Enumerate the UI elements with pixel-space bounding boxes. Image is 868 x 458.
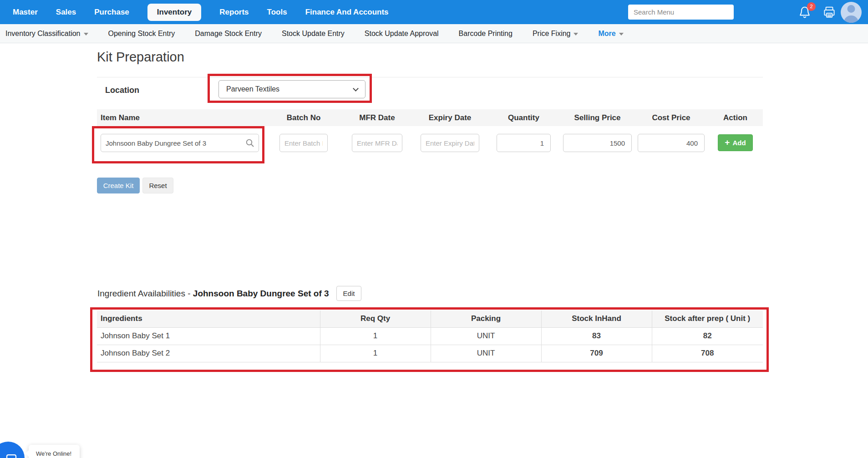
item-name-field-wrap [101, 134, 259, 152]
col-stock-inhand: Stock InHand [541, 310, 652, 327]
header-item-name: Item Name [101, 113, 259, 122]
header-selling-price: Selling Price [563, 113, 632, 122]
add-button-label: Add [732, 139, 746, 147]
main-menu: Master Sales Purchase Inventory Reports … [13, 4, 389, 21]
subnav-label: Damage Stock Entry [195, 30, 262, 38]
subnav-label: Opening Stock Entry [108, 30, 175, 38]
quantity-input[interactable] [497, 134, 551, 152]
subnav-price-fixing[interactable]: Price Fixing [533, 30, 579, 38]
subnav-inventory-classification[interactable]: Inventory Classification [5, 30, 88, 38]
nav-inventory[interactable]: Inventory [147, 4, 202, 21]
expiry-date-input[interactable] [421, 134, 479, 152]
title-divider [97, 77, 763, 77]
subnav-label: More [598, 30, 615, 38]
subnav-label: Stock Update Entry [282, 30, 345, 38]
form-header-row: Item Name Batch No MFR Date Expiry Date … [97, 109, 763, 126]
top-navbar: Master Sales Purchase Inventory Reports … [0, 0, 868, 24]
nav-master[interactable]: Master [13, 8, 38, 17]
printer-icon [822, 5, 836, 19]
ingredient-availabilities-title: Ingredient Availabilities - Johnsoon Bab… [97, 289, 329, 299]
caret-down-icon [574, 33, 578, 36]
subnav-barcode-printing[interactable]: Barcode Printing [459, 30, 513, 38]
subnav-label: Inventory Classification [5, 30, 81, 38]
location-label: Location [105, 86, 139, 95]
item-name-input[interactable] [101, 134, 259, 152]
table-row: Johnson Baby Set 2 1 UNIT 709 708 [97, 345, 763, 362]
header-quantity: Quantity [497, 113, 551, 122]
subnav-opening-stock-entry[interactable]: Opening Stock Entry [108, 30, 175, 38]
table-row: Johnson Baby Set 1 1 UNIT 83 82 [97, 327, 763, 345]
notification-badge: 2 [807, 2, 816, 11]
location-selected-value: Parveen Textiles [226, 85, 279, 93]
search-icon [245, 138, 254, 148]
col-ingredients: Ingredients [97, 310, 320, 327]
stock-after-prep-value: 708 [652, 345, 763, 362]
ingredient-name: Johnson Baby Set 2 [97, 345, 320, 362]
subnav-label: Price Fixing [533, 30, 571, 38]
ingredients-table: Ingredients Req Qty Packing Stock InHand… [97, 310, 763, 362]
plus-icon: + [725, 138, 730, 147]
header-batch-no: Batch No [279, 113, 328, 122]
create-kit-button[interactable]: Create Kit [97, 178, 140, 193]
chat-icon [5, 453, 18, 458]
caret-down-icon [619, 33, 624, 36]
ingredients-table-header: Ingredients Req Qty Packing Stock InHand… [97, 310, 763, 327]
page-title: Kit Preparation [97, 50, 184, 65]
mfr-date-input[interactable] [352, 134, 402, 152]
chat-status-text: We're Online! [36, 450, 71, 457]
subnav-stock-update-entry[interactable]: Stock Update Entry [282, 30, 345, 38]
form-input-row: + Add [97, 134, 763, 152]
caret-down-icon [84, 33, 88, 36]
stock-inhand-value: 83 [541, 327, 652, 345]
subnav-more[interactable]: More [598, 30, 623, 38]
col-packing: Packing [431, 310, 541, 327]
packing-value: UNIT [431, 345, 541, 362]
header-mfr-date: MFR Date [352, 113, 402, 122]
subnav-stock-update-approval[interactable]: Stock Update Approval [365, 30, 439, 38]
stock-after-prep-value: 82 [652, 327, 763, 345]
form-actions: Create Kit Reset [97, 178, 173, 193]
header-cost-price: Cost Price [638, 113, 705, 122]
nav-tools[interactable]: Tools [267, 8, 287, 17]
cost-price-input[interactable] [638, 134, 705, 152]
ingredient-availabilities-header: Ingredient Availabilities - Johnsoon Bab… [97, 286, 361, 301]
chat-status-tooltip: We're Online! [29, 445, 80, 458]
add-button[interactable]: + Add [718, 134, 753, 151]
nav-finance-and-accounts[interactable]: Finance And Accounts [305, 8, 389, 17]
col-req-qty: Req Qty [320, 310, 431, 327]
nav-purchase[interactable]: Purchase [94, 8, 129, 17]
stock-inhand-value: 709 [541, 345, 652, 362]
subnav-label: Stock Update Approval [365, 30, 439, 38]
ingredient-heading-item: Johnsoon Baby Dungree Set of 3 [193, 289, 329, 298]
req-qty-value: 1 [320, 327, 431, 345]
chevron-down-icon [353, 86, 359, 92]
col-stock-after-prep: Stock after prep ( Unit ) [652, 310, 763, 327]
sub-navbar: Inventory Classification Opening Stock E… [0, 24, 868, 43]
print-button[interactable] [822, 5, 836, 19]
header-expiry-date: Expiry Date [421, 113, 479, 122]
selling-price-input[interactable] [563, 134, 632, 152]
ingredient-name: Johnson Baby Set 1 [97, 327, 320, 345]
subnav-label: Barcode Printing [459, 30, 513, 38]
nav-reports[interactable]: Reports [219, 8, 249, 17]
ingredient-heading-prefix: Ingredient Availabilities - [97, 289, 193, 298]
main-content: Kit Preparation Location Parveen Textile… [0, 43, 868, 458]
batch-no-input[interactable] [279, 134, 328, 152]
packing-value: UNIT [431, 327, 541, 345]
reset-button[interactable]: Reset [142, 178, 173, 193]
edit-button[interactable]: Edit [336, 286, 362, 301]
app-window: Master Sales Purchase Inventory Reports … [0, 0, 868, 458]
req-qty-value: 1 [320, 345, 431, 362]
notifications-button[interactable]: 2 [798, 5, 812, 20]
search-menu-input[interactable] [628, 5, 734, 20]
nav-sales[interactable]: Sales [56, 8, 76, 17]
subnav-damage-stock-entry[interactable]: Damage Stock Entry [195, 30, 262, 38]
location-select[interactable]: Parveen Textiles [218, 80, 365, 98]
header-action: Action [718, 113, 753, 122]
user-avatar[interactable] [841, 2, 862, 23]
